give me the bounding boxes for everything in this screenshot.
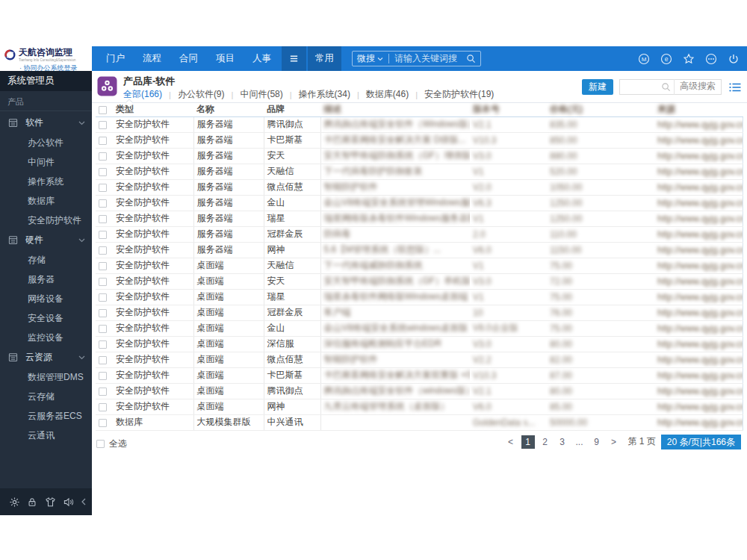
row-checkbox[interactable] [99,293,107,302]
nav-hamburger-icon[interactable] [282,46,306,71]
row-checkbox[interactable] [99,152,107,161]
advanced-search-input[interactable] [620,80,661,94]
sidebar-item-数据库[interactable]: 数据库 [0,191,92,211]
row-checkbox[interactable] [99,419,107,427]
page-9[interactable]: 9 [590,435,604,449]
theme-shirt-icon[interactable] [45,497,56,508]
table-row[interactable]: 安全防护软件服务器端安天安天智甲终端防御系统（GF）增强版V3.0880.00h… [96,148,743,164]
table-row[interactable]: 安全防护软件桌面端深信服深信服终端检测响应平台EDRV3.080.00http:… [96,336,743,352]
m-badge-icon[interactable]: M [637,52,650,65]
sidebar-item-云通讯[interactable]: 云通讯 [0,426,92,445]
row-checkbox[interactable] [99,325,107,333]
row-checkbox[interactable] [99,231,107,239]
sidebar-item-存储[interactable]: 存储 [0,250,92,270]
power-logout-icon[interactable] [727,52,740,65]
cell-desc: 安天智甲终端防御系统（GF）增强版 [320,148,470,164]
row-checkbox[interactable] [99,372,107,380]
page-...[interactable]: ... [573,435,586,449]
table-row[interactable]: 安全防护软件服务器端网神5.6【M管理系统（联想版）...V6.01150.00… [96,242,743,258]
row-checkbox[interactable] [99,309,107,317]
settings-gear-icon[interactable] [9,497,20,508]
table-row[interactable]: 安全防护软件桌面端安天安天智甲终端防御系统（GF）单机版V3.072.00htt… [96,273,743,289]
sound-speaker-icon[interactable] [63,497,75,508]
table-row[interactable]: 安全防护软件桌面端网神九查云终端管理系统（桌面版）V6.085.00http:/… [96,399,743,414]
row-checkbox[interactable] [99,121,107,129]
table-row[interactable]: 安全防护软件服务器端微点佰慧智能防护软件V2.01050.00http://ww… [96,179,743,195]
tab-办公软件(9)[interactable]: 办公软件(9) [178,88,225,101]
row-checkbox[interactable] [99,403,107,411]
nav-item-合同[interactable]: 合同 [170,46,207,71]
sidebar-group-云资源[interactable]: 云资源 [0,347,92,367]
table-row[interactable]: 安全防护软件桌面端金山金山V8终端安全系统windows桌面版V8.0企业版75… [96,320,743,336]
advanced-search-button[interactable]: 高级搜索 [674,79,721,95]
table-row[interactable]: 安全防护软件服务器端腾讯御点腾讯御点终端安全软件（Windows版）V2.183… [96,116,743,132]
page-2[interactable]: 2 [539,435,552,449]
table-row[interactable]: 安全防护软件桌面端瑞星瑞星杀毒软件网络版Windows桌面端V175.00htt… [96,289,743,305]
nav-item-人事[interactable]: 人事 [244,46,280,71]
sidebar-group-软件[interactable]: 软件 [0,113,92,133]
table-row[interactable]: 安全防护软件桌面端冠群金辰客户端1076.00http://www.qyjg.g… [96,305,743,320]
row-checkbox[interactable] [99,168,107,176]
tab-操作系统(34)[interactable]: 操作系统(34) [299,88,350,101]
row-checkbox[interactable] [99,278,107,286]
row-checkbox[interactable] [99,388,107,396]
new-button[interactable]: 新建 [582,79,613,95]
page-prev[interactable]: < [504,435,518,449]
search-icon[interactable] [466,54,476,63]
list-view-icon[interactable] [729,82,741,93]
sidebar-item-云存储[interactable]: 云存储 [0,387,92,406]
sidebar-item-中间件[interactable]: 中间件 [0,152,92,172]
row-checkbox[interactable] [99,199,107,208]
row-checkbox[interactable] [99,137,107,145]
collapse-chevron-icon[interactable] [81,498,86,505]
sidebar-group-硬件[interactable]: 硬件 [0,230,92,250]
sidebar-item-数据管理DMS[interactable]: 数据管理DMS [0,367,92,387]
nav-item-流程[interactable]: 流程 [134,46,170,71]
table-row[interactable]: 安全防护软件服务器端瑞星瑞星网络版杀毒软件Windows服务器版V11250.0… [96,211,743,226]
row-checkbox[interactable] [99,215,107,223]
tab-数据库(46)[interactable]: 数据库(46) [366,88,409,101]
sidebar-item-安全设备[interactable]: 安全设备 [0,308,92,328]
row-checkbox[interactable] [99,184,107,192]
message-badge-icon[interactable]: e [660,52,672,65]
sidebar-item-办公软件[interactable]: 办公软件 [0,133,92,152]
table-row[interactable]: 安全防护软件桌面端卡巴斯基卡巴斯基网络安全解决方案双重版 +02...V10.3… [96,367,743,383]
page-3[interactable]: 3 [556,435,569,449]
table-row[interactable]: 安全防护软件桌面端微点佰慧智能防护软件V2.282.00http://www.q… [96,352,743,367]
more-options-icon[interactable] [704,52,717,65]
nav-item-项目[interactable]: 项目 [207,46,244,71]
page-next[interactable]: > [607,435,621,449]
favorites-star-icon[interactable] [682,52,695,65]
table-row[interactable]: 安全防护软件服务器端金山金山V8终端安全系统管理Windows服务器V6.312… [96,195,743,211]
table-row[interactable]: 安全防护软件服务器端卡巴斯基卡巴斯基网络安全解决方案 D级版...V10.385… [96,132,743,148]
table-row[interactable]: 数据库大规模集群版中兴通讯GoldenData s...50000.00http… [96,414,743,430]
search-scope-dropdown[interactable]: 微搜 [357,52,383,65]
tab-全部(166)[interactable]: 全部(166) [123,88,162,101]
advanced-search-icon[interactable] [661,82,674,92]
table-row[interactable]: 安全防护软件服务器端天融信下一代病毒防护防御套装V1520.00http://w… [96,164,743,179]
search-input[interactable]: 请输入关键词搜 [394,52,466,65]
table-row[interactable]: 安全防护软件桌面端天融信下一代终端威胁防御系统V175.00http://www… [96,258,743,273]
nav-item-pinned[interactable]: 常用 [308,46,341,71]
cell-text: 下一代病毒防护防御套装 [324,166,423,176]
tab-中间件(58)[interactable]: 中间件(58) [240,88,282,101]
table-row[interactable]: 安全防护软件桌面端腾讯御点腾讯御点终端安全软件（windows版）V2.0V2.… [96,383,743,399]
sidebar-item-云服务器ECS[interactable]: 云服务器ECS [0,406,92,426]
page-1[interactable]: 1 [521,435,535,449]
sidebar-item-网络设备[interactable]: 网络设备 [0,289,92,308]
sidebar-item-安全防护软件[interactable]: 安全防护软件 [0,211,92,230]
row-checkbox[interactable] [99,340,107,349]
select-all-checkbox[interactable] [96,440,105,448]
row-checkbox[interactable] [99,246,107,255]
sidebar-item-服务器[interactable]: 服务器 [0,270,92,289]
page-size-badge[interactable]: 20 条/页|共166条 [661,435,741,449]
nav-item-门户[interactable]: 门户 [97,46,134,71]
row-checkbox[interactable] [99,356,107,364]
table-row[interactable]: 安全防护软件服务器端冠群金辰防病毒2.0110.00http://www.qyj… [96,226,743,242]
sidebar-item-操作系统[interactable]: 操作系统 [0,172,92,191]
header-checkbox[interactable] [99,106,107,114]
lock-icon[interactable] [27,497,37,508]
tab-安全防护软件(19)[interactable]: 安全防护软件(19) [424,88,494,101]
row-checkbox[interactable] [99,262,107,270]
sidebar-item-监控设备[interactable]: 监控设备 [0,328,92,347]
